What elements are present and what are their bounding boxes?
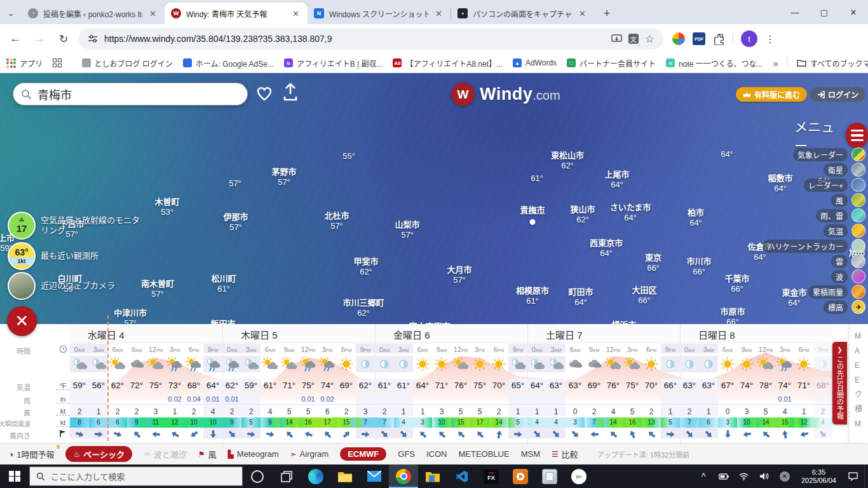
toolbar-item-icon[interactable]: ICON bbox=[426, 449, 447, 459]
volume-icon[interactable] bbox=[756, 464, 773, 488]
battery-icon[interactable] bbox=[715, 464, 733, 488]
tab-close-icon[interactable]: ✕ bbox=[290, 9, 301, 18]
tab-close-icon[interactable]: ✕ bbox=[433, 9, 444, 18]
city-label[interactable]: 64° bbox=[721, 149, 733, 159]
toolbar-item-meteoblue[interactable]: METEOBLUE bbox=[458, 449, 509, 459]
taskbar-app-folder-docs[interactable] bbox=[418, 464, 447, 488]
webcam-circle[interactable] bbox=[8, 272, 36, 300]
layer-item-hurricane[interactable]: ハリケーントラッカー bbox=[763, 240, 865, 252]
toolbar-item-airgram[interactable]: ➣Airgram bbox=[290, 449, 329, 459]
time-cell[interactable]: 9PM bbox=[661, 344, 680, 353]
url-text[interactable]: https://www.windy.com/35.804/139.238?35.… bbox=[104, 34, 605, 44]
map-widget-station[interactable]: 63°1kt最も近い観測所 bbox=[8, 242, 98, 270]
city-label[interactable]: 伊那市57° bbox=[223, 212, 248, 233]
station-circle[interactable]: 63°1kt bbox=[8, 242, 36, 270]
taskbar-app-mail[interactable] bbox=[360, 464, 389, 488]
city-label[interactable]: 茅野市57° bbox=[271, 167, 296, 187]
city-label[interactable]: 大月市57° bbox=[447, 265, 471, 285]
time-cell[interactable]: 3AM bbox=[699, 344, 718, 353]
city-label[interactable]: 中津川市57° bbox=[114, 308, 147, 324]
time-cell[interactable]: 3PM bbox=[470, 344, 489, 353]
taskbar-app-cortana[interactable] bbox=[243, 464, 272, 488]
taskbar-app-chrome[interactable] bbox=[389, 464, 418, 488]
toolbar-item-1-[interactable]: ◑1時間予報♛ bbox=[9, 448, 54, 460]
maximize-button[interactable]: ▢ bbox=[810, 0, 839, 24]
hurricane-layer-icon[interactable] bbox=[851, 239, 865, 253]
fifteen-day-forecast-button[interactable]: ❯ この先15日間の予報 bbox=[832, 342, 847, 424]
time-cell[interactable]: 6AM bbox=[261, 344, 280, 353]
rain-thunder-layer-icon[interactable] bbox=[851, 208, 865, 222]
city-label[interactable]: 上尾市64° bbox=[604, 170, 629, 190]
city-label[interactable]: 東京66° bbox=[645, 253, 661, 273]
bookmark-item[interactable]: □パートナー会員サイト bbox=[567, 58, 656, 69]
city-label[interactable]: 南木曽町57° bbox=[141, 279, 174, 299]
city-label[interactable]: 山梨市57° bbox=[395, 220, 419, 240]
time-cell[interactable]: 12PM bbox=[299, 344, 318, 353]
toolbar-item-meteogram[interactable]: ▙Meteogram bbox=[228, 449, 279, 459]
browser-tab[interactable]: ▪ パソコンの画面をキャプチャする方法 ✕ bbox=[451, 3, 594, 24]
city-label[interactable]: 千葉市66° bbox=[724, 274, 749, 294]
gust-unit-toggle[interactable]: kt bbox=[56, 419, 70, 427]
location-search-box[interactable]: 青梅市 bbox=[13, 83, 248, 105]
toolbar-item-msm[interactable]: MSM bbox=[521, 449, 540, 459]
bookmark-item[interactable]: ▲AdWords bbox=[513, 58, 557, 67]
layer-item-radar[interactable]: 気象レーダー bbox=[793, 148, 865, 161]
wifi-icon[interactable] bbox=[735, 464, 753, 488]
reload-button[interactable]: ↻ bbox=[55, 30, 72, 48]
temperature-layer-icon[interactable] bbox=[851, 224, 865, 238]
city-label[interactable]: 青梅市 bbox=[520, 205, 545, 225]
bookmarks-overflow-button[interactable]: » bbox=[773, 58, 778, 69]
city-label[interactable]: 柏市64° bbox=[688, 208, 704, 228]
start-button[interactable] bbox=[0, 464, 29, 488]
city-label[interactable]: 55° bbox=[342, 151, 355, 161]
search-input[interactable]: 青梅市 bbox=[37, 86, 72, 102]
bookmark-item[interactable]: ホーム: Google AdSe... bbox=[183, 58, 274, 69]
toolbar-item--[interactable]: ⚑風 bbox=[198, 448, 217, 460]
time-cell[interactable]: 3AM bbox=[394, 344, 413, 353]
layer-item-waves[interactable]: 波 bbox=[831, 270, 865, 283]
time-cell[interactable]: 6AM bbox=[413, 344, 432, 353]
taskbar-search-box[interactable]: ここに入力して検索 bbox=[29, 466, 243, 486]
toolbar-item--[interactable]: ♒波と潮汐 bbox=[144, 448, 187, 460]
city-label[interactable]: 狭山市62° bbox=[570, 205, 595, 225]
time-cell[interactable]: 3PM bbox=[623, 344, 642, 353]
city-label[interactable]: 松川町61° bbox=[211, 274, 236, 294]
action-center-icon[interactable] bbox=[844, 464, 862, 488]
browser-tab[interactable]: W Windy: 青梅市 天気予報 ✕ bbox=[165, 3, 308, 24]
wind-layer-icon[interactable] bbox=[851, 193, 865, 207]
city-label[interactable]: 飯田市61° bbox=[210, 319, 235, 324]
time-cell[interactable]: 6PM bbox=[184, 344, 203, 353]
install-app-icon[interactable] bbox=[611, 34, 622, 44]
city-label[interactable]: 木曽町53° bbox=[154, 197, 179, 217]
show-desktop-button[interactable] bbox=[864, 464, 868, 488]
all-bookmarks-button[interactable]: すべてのブックマーク bbox=[797, 58, 868, 69]
taskbar-app-task-view[interactable] bbox=[272, 464, 301, 488]
notification-x-icon[interactable]: ✕ bbox=[776, 464, 794, 488]
air-quality-circle[interactable]: ☘17 bbox=[8, 212, 36, 240]
back-button[interactable]: ← bbox=[6, 30, 24, 48]
city-label[interactable]: 市川三郷町62° bbox=[342, 298, 384, 318]
time-cell[interactable]: 3AM bbox=[241, 344, 261, 353]
premium-button[interactable]: 有料版に進む bbox=[736, 87, 807, 102]
time-cell[interactable]: 9PM bbox=[203, 344, 222, 353]
bookmark-item[interactable]: bアフィリエイトB | 副収... bbox=[284, 58, 383, 69]
time-cell[interactable]: 12PM bbox=[451, 344, 470, 353]
profile-avatar[interactable]: t bbox=[741, 30, 757, 47]
taskbar-app-google-one[interactable]: o+ bbox=[564, 464, 593, 488]
taskbar-app-edge[interactable] bbox=[301, 464, 330, 488]
close-button[interactable]: ✕ bbox=[839, 0, 868, 24]
city-label[interactable]: 甲斐市62° bbox=[353, 257, 378, 277]
rain-accumulation-layer-icon[interactable] bbox=[851, 285, 865, 299]
layer-item-elevation[interactable]: 標高 ✈ bbox=[824, 301, 865, 313]
layer-item-temperature[interactable]: 気温 bbox=[824, 224, 865, 237]
google-extension-icon[interactable] bbox=[672, 32, 685, 45]
time-cell[interactable]: 6PM bbox=[489, 344, 508, 353]
chrome-menu-icon[interactable]: ⋮ bbox=[765, 33, 775, 45]
time-cell[interactable]: 9AM bbox=[585, 344, 604, 353]
bookmark-star-icon[interactable]: ☆ bbox=[645, 32, 654, 46]
translate-icon[interactable]: 文 bbox=[628, 34, 639, 44]
taskbar-app-notepad[interactable] bbox=[535, 464, 564, 488]
map-widget-air-quality[interactable]: ☘17空気品質と放射線のモニタリング bbox=[8, 212, 142, 240]
time-cell[interactable]: 9PM bbox=[813, 344, 832, 353]
weather-map[interactable]: 55°茅野市57°57°木曽町53°東松山市62°61°上尾市64°64°稲敷市… bbox=[0, 73, 868, 324]
